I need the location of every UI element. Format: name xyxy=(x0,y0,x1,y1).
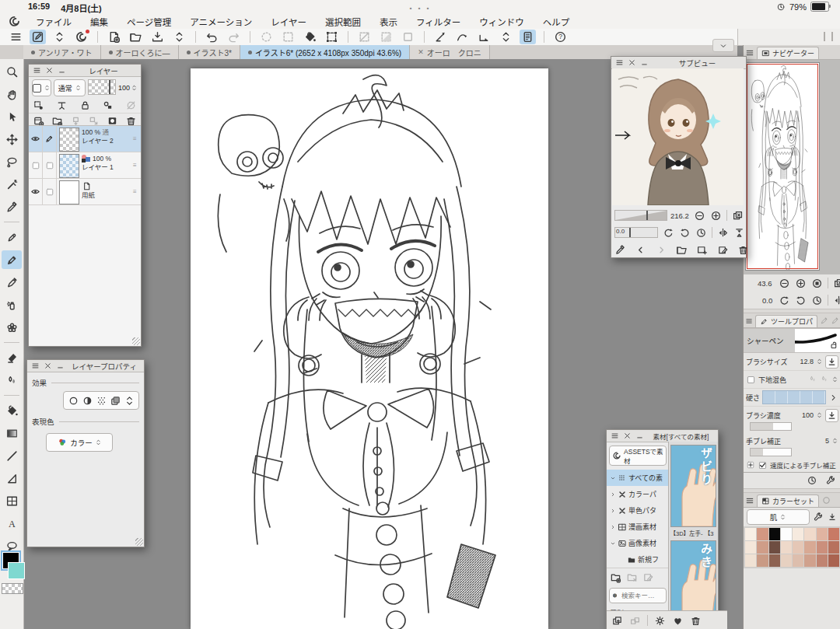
pen-tool[interactable] xyxy=(2,228,22,246)
density-value[interactable]: 100 xyxy=(802,411,814,419)
lock-open-icon[interactable] xyxy=(828,340,838,350)
border-effect-toggle[interactable] xyxy=(68,395,79,407)
materials-header[interactable]: 素材[すべての素材] xyxy=(607,430,718,442)
move-layer-tool[interactable] xyxy=(2,130,22,149)
lock-layer-toggle[interactable] xyxy=(79,100,92,111)
pencil-tool[interactable] xyxy=(2,250,22,269)
material-delete-folder[interactable] xyxy=(626,571,638,583)
brush-size-dynamics-button[interactable] xyxy=(825,355,838,369)
new-canvas-button[interactable] xyxy=(106,30,122,44)
undo-button[interactable] xyxy=(204,30,220,44)
nav-rotate-cw[interactable] xyxy=(795,295,807,306)
resize-grip[interactable] xyxy=(135,538,143,546)
material-new-folder[interactable] xyxy=(610,571,621,583)
clipping-toggle[interactable] xyxy=(32,100,45,111)
brush-size-stepper[interactable] xyxy=(816,356,823,367)
airbrush-tool[interactable] xyxy=(2,295,22,314)
assets-button[interactable]: ASSETSで素材 xyxy=(609,446,667,466)
subview-add[interactable] xyxy=(696,244,708,256)
tab-color-circle[interactable] xyxy=(821,495,831,505)
material-edit-folder[interactable] xyxy=(642,571,654,583)
material-tree-item-0[interactable]: すべての素 xyxy=(607,470,669,486)
color-swatch-2-0[interactable] xyxy=(745,554,756,567)
selection-tool[interactable] xyxy=(2,152,22,171)
background-color-swatch[interactable] xyxy=(8,562,25,579)
layer-color-toggle[interactable] xyxy=(110,395,121,407)
fill-button[interactable] xyxy=(302,30,318,44)
subview-next[interactable] xyxy=(656,244,667,256)
run-selection-button[interactable] xyxy=(258,30,275,44)
material-tree-item-2[interactable]: 単色パタ xyxy=(607,502,669,519)
material-settings-button[interactable] xyxy=(654,615,666,627)
minimize-icon[interactable] xyxy=(635,432,644,440)
layer-thumbnail[interactable] xyxy=(59,154,79,178)
blend-tool[interactable] xyxy=(2,371,22,390)
snap-guide-button[interactable] xyxy=(476,30,492,44)
close-tab-icon[interactable]: ✕ xyxy=(418,48,424,56)
figure-tool[interactable] xyxy=(2,446,22,465)
color-swatch-1-3[interactable] xyxy=(781,541,792,554)
resize-grip[interactable] xyxy=(132,337,140,345)
layer-row-menu-icon[interactable]: ≡ xyxy=(133,126,141,152)
document-tab-0[interactable]: アンリア・ワト xyxy=(23,45,101,59)
speed-stabilize-checkbox[interactable] xyxy=(758,460,768,470)
operation-tool[interactable] xyxy=(2,107,22,126)
material-tree-item-3[interactable]: 漫画素材 xyxy=(607,519,669,535)
layer-row-0[interactable]: 100 % 通レイヤー 2≡ xyxy=(29,126,141,152)
subview-fit[interactable] xyxy=(732,210,744,222)
density-dynamics-button[interactable] xyxy=(825,409,838,422)
subview-open[interactable] xyxy=(676,244,688,256)
color-swatch-2-7[interactable] xyxy=(828,554,839,567)
draft-checkbox[interactable] xyxy=(45,187,54,197)
blend-base-stepper[interactable] xyxy=(831,374,838,385)
color-swatch-0-1[interactable] xyxy=(757,528,768,540)
color-swatch-1-4[interactable] xyxy=(793,541,803,554)
blend-base-checkbox[interactable] xyxy=(746,375,756,385)
document-tab-3[interactable]: イラスト6* (2652 x 4108px 350dpi 43.6%) xyxy=(240,45,410,59)
color-swatch-0-6[interactable] xyxy=(817,528,828,540)
subview-zoom-out[interactable] xyxy=(694,210,705,222)
layer-row-1[interactable]: 100 %レイヤー 1≡ xyxy=(29,152,141,179)
menu-item-1[interactable]: 編集 xyxy=(90,16,108,28)
document-tab-1[interactable]: オーロくろに― xyxy=(101,45,179,59)
close-icon[interactable] xyxy=(628,58,636,67)
chevron-right-icon[interactable] xyxy=(610,491,616,498)
material-replace-button[interactable] xyxy=(629,615,641,627)
color-swatch-2-2[interactable] xyxy=(769,554,780,567)
subview-rotate-ccw[interactable] xyxy=(663,227,674,239)
transparent-color-swatch[interactable] xyxy=(2,583,23,594)
subview-image[interactable] xyxy=(612,68,744,205)
move-canvas-tool[interactable] xyxy=(2,85,22,103)
close-icon[interactable] xyxy=(45,66,54,75)
layer-row-menu-icon[interactable]: ≡ xyxy=(133,179,141,204)
layer-thumbnail-setting[interactable] xyxy=(32,79,51,96)
menu-item-3[interactable]: アニメーション xyxy=(190,16,252,28)
material-tree-item-1[interactable]: カラーパ xyxy=(607,486,669,502)
menu-item-7[interactable]: フィルター xyxy=(416,16,460,28)
fill-tool[interactable] xyxy=(2,401,22,420)
subview-rotate-cw[interactable] xyxy=(679,227,691,239)
color-swatch-0-0[interactable] xyxy=(745,528,756,540)
chevron-down-icon[interactable] xyxy=(610,540,616,547)
color-swatch-2-3[interactable] xyxy=(781,554,792,567)
halftone-toggle[interactable] xyxy=(96,395,107,407)
subview-delete[interactable] xyxy=(737,244,749,256)
color-swatch-0-5[interactable] xyxy=(804,528,815,540)
tab-color-set[interactable]: カラーセット xyxy=(757,494,819,507)
density-slider[interactable] xyxy=(750,422,792,431)
menu-item-5[interactable]: 選択範囲 xyxy=(325,16,361,28)
menu-item-2[interactable]: ページ管理 xyxy=(127,16,171,28)
export-stepper[interactable] xyxy=(171,30,187,44)
menu-item-4[interactable]: レイヤー xyxy=(271,16,306,28)
close-icon[interactable] xyxy=(44,362,52,370)
color-swatch-1-1[interactable] xyxy=(757,541,768,554)
tab-brush-alt1[interactable] xyxy=(820,316,828,326)
subview-register[interactable] xyxy=(717,244,729,256)
draft-checkbox[interactable] xyxy=(45,161,54,170)
gradient-tool[interactable] xyxy=(2,424,22,442)
chevron-right-icon[interactable] xyxy=(619,557,625,563)
panel-menu-icon[interactable] xyxy=(615,58,624,67)
export-button[interactable] xyxy=(149,30,166,44)
subview-eyedropper[interactable] xyxy=(614,244,626,256)
hardness-slider[interactable] xyxy=(762,390,826,404)
